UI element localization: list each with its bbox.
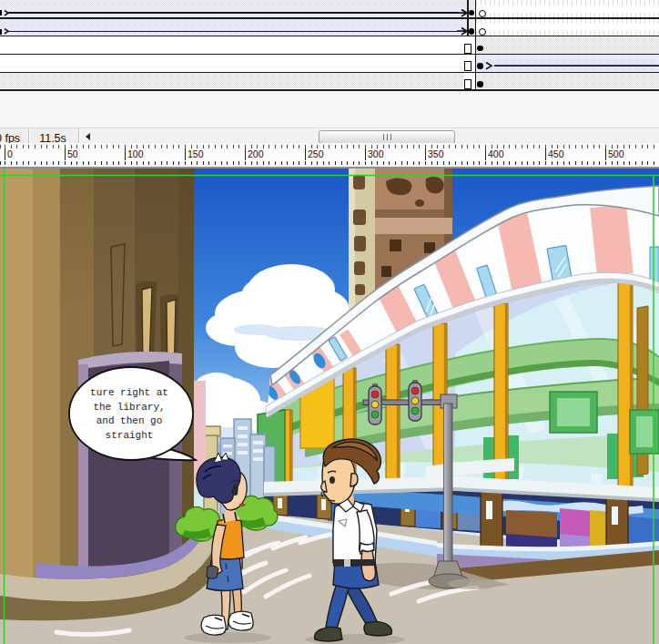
svg-text:and then go: and then go [96,415,163,426]
svg-text:the library,: the library, [93,402,165,413]
svg-text:ture right at: ture right at [90,387,168,398]
svg-text:straight: straight [106,430,154,441]
